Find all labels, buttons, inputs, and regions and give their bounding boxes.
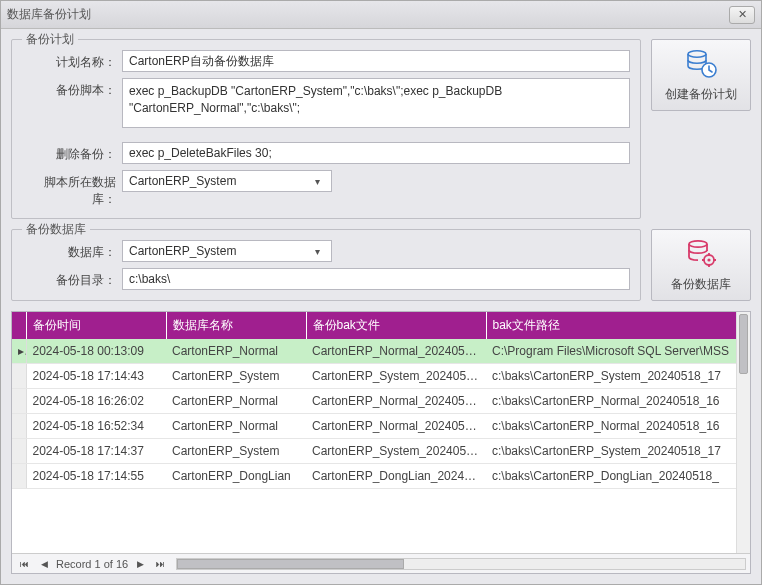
cell-file: CartonERP_Normal_2024051...	[306, 414, 486, 439]
row-indicator	[12, 464, 26, 489]
plan-row: 备份计划 计划名称： 备份脚本： exec p_BackupDB "Carton…	[11, 39, 751, 219]
cell-time: 2024-05-18 17:14:55	[26, 464, 166, 489]
scrollbar-thumb[interactable]	[739, 314, 748, 374]
grid-footer: ⏮ ◀ Record 1 of 16 ▶ ⏭	[12, 553, 750, 573]
plan-delete-label: 删除备份：	[22, 142, 122, 163]
cell-db: CartonERP_DongLian	[166, 464, 306, 489]
cell-db: CartonERP_System	[166, 439, 306, 464]
cell-file: CartonERP_Normal_2024051...	[306, 389, 486, 414]
database-clock-icon	[685, 48, 717, 80]
backup-db-label: 备份数据库	[671, 276, 731, 293]
row-indicator	[12, 364, 26, 389]
nav-last-button[interactable]: ⏭	[152, 557, 168, 571]
cell-path: c:\baks\CartonERP_Normal_20240518_16	[486, 389, 750, 414]
col-path[interactable]: bak文件路径	[486, 312, 750, 339]
chevron-down-icon: ▾	[309, 241, 325, 261]
backup-db-groupbox: 备份数据库 数据库： CartonERP_System ▾ 备份目录：	[11, 229, 641, 301]
plan-db-label: 脚本所在数据库：	[22, 170, 122, 208]
plan-db-combo[interactable]: CartonERP_System ▾	[122, 170, 332, 192]
plan-name-label: 计划名称：	[22, 50, 122, 71]
cell-time: 2024-05-18 16:52:34	[26, 414, 166, 439]
svg-point-2	[689, 240, 707, 246]
window-title: 数据库备份计划	[7, 6, 729, 23]
window: 数据库备份计划 ✕ 备份计划 计划名称： 备份脚本： exec p_Backup…	[0, 0, 762, 585]
col-db[interactable]: 数据库名称	[166, 312, 306, 339]
row-indicator	[12, 439, 26, 464]
cell-time: 2024-05-18 00:13:09	[26, 339, 166, 364]
svg-point-0	[688, 50, 706, 56]
plan-delete-input[interactable]	[122, 142, 630, 164]
col-time[interactable]: 备份时间	[26, 312, 166, 339]
db-label: 数据库：	[22, 240, 122, 261]
row-indicator	[12, 414, 26, 439]
table-row[interactable]: 2024-05-18 17:14:43CartonERP_SystemCarto…	[12, 364, 750, 389]
col-file[interactable]: 备份bak文件	[306, 312, 486, 339]
backup-db-legend: 备份数据库	[22, 221, 90, 238]
plan-script-label: 备份脚本：	[22, 78, 122, 99]
cell-db: CartonERP_Normal	[166, 414, 306, 439]
plan-groupbox: 备份计划 计划名称： 备份脚本： exec p_BackupDB "Carton…	[11, 39, 641, 219]
table-row[interactable]: ▸2024-05-18 00:13:09CartonERP_NormalCart…	[12, 339, 750, 364]
table-row[interactable]: 2024-05-18 17:14:55CartonERP_DongLianCar…	[12, 464, 750, 489]
plan-script-input[interactable]: exec p_BackupDB "CartonERP_System","c:\b…	[122, 78, 630, 128]
grid: 备份时间 数据库名称 备份bak文件 bak文件路径 ▸2024-05-18 0…	[11, 311, 751, 574]
plan-db-combo-text: CartonERP_System	[129, 174, 309, 188]
nav-prev-button[interactable]: ◀	[36, 557, 52, 571]
nav-first-button[interactable]: ⏮	[16, 557, 32, 571]
dir-label: 备份目录：	[22, 268, 122, 289]
cell-file: CartonERP_System_2024051...	[306, 364, 486, 389]
scrollbar-thumb[interactable]	[177, 559, 404, 569]
cell-path: c:\baks\CartonERP_System_20240518_17	[486, 364, 750, 389]
content: 备份计划 计划名称： 备份脚本： exec p_BackupDB "Carton…	[1, 29, 761, 584]
cell-time: 2024-05-18 17:14:37	[26, 439, 166, 464]
db-combo-text: CartonERP_System	[129, 244, 309, 258]
table-row[interactable]: 2024-05-18 16:52:34CartonERP_NormalCarto…	[12, 414, 750, 439]
nav-next-button[interactable]: ▶	[132, 557, 148, 571]
create-plan-button[interactable]: 创建备份计划	[651, 39, 751, 111]
pager-text: Record 1 of 16	[56, 558, 128, 570]
chevron-down-icon: ▾	[309, 171, 325, 191]
create-plan-label: 创建备份计划	[665, 86, 737, 103]
close-icon: ✕	[738, 8, 747, 21]
cell-time: 2024-05-18 17:14:43	[26, 364, 166, 389]
cell-file: CartonERP_DongLian_20240...	[306, 464, 486, 489]
table-row[interactable]: 2024-05-18 16:26:02CartonERP_NormalCarto…	[12, 389, 750, 414]
titlebar: 数据库备份计划 ✕	[1, 1, 761, 29]
cell-db: CartonERP_Normal	[166, 389, 306, 414]
plan-name-input[interactable]	[122, 50, 630, 72]
cell-file: CartonERP_System_2024051...	[306, 439, 486, 464]
cell-db: CartonERP_Normal	[166, 339, 306, 364]
cell-path: c:\baks\CartonERP_DongLian_20240518_	[486, 464, 750, 489]
grid-vertical-scrollbar[interactable]	[736, 312, 750, 553]
row-indicator	[12, 389, 26, 414]
backup-db-button[interactable]: 备份数据库	[651, 229, 751, 301]
table-row[interactable]: 2024-05-18 17:14:37CartonERP_SystemCarto…	[12, 439, 750, 464]
backup-db-row: 备份数据库 数据库： CartonERP_System ▾ 备份目录：	[11, 229, 751, 301]
db-combo[interactable]: CartonERP_System ▾	[122, 240, 332, 262]
cell-time: 2024-05-18 16:26:02	[26, 389, 166, 414]
svg-point-4	[707, 258, 710, 261]
plan-legend: 备份计划	[22, 31, 78, 48]
grid-table[interactable]: 备份时间 数据库名称 备份bak文件 bak文件路径 ▸2024-05-18 0…	[12, 312, 750, 489]
cell-path: C:\Program Files\Microsoft SQL Server\MS…	[486, 339, 750, 364]
close-button[interactable]: ✕	[729, 6, 755, 24]
dir-input[interactable]	[122, 268, 630, 290]
grid-horizontal-scrollbar[interactable]	[176, 558, 746, 570]
cell-db: CartonERP_System	[166, 364, 306, 389]
cell-path: c:\baks\CartonERP_System_20240518_17	[486, 439, 750, 464]
database-gear-icon	[685, 238, 717, 270]
row-indicator: ▸	[12, 339, 26, 364]
cell-path: c:\baks\CartonERP_Normal_20240518_16	[486, 414, 750, 439]
cell-file: CartonERP_Normal_20240518...	[306, 339, 486, 364]
